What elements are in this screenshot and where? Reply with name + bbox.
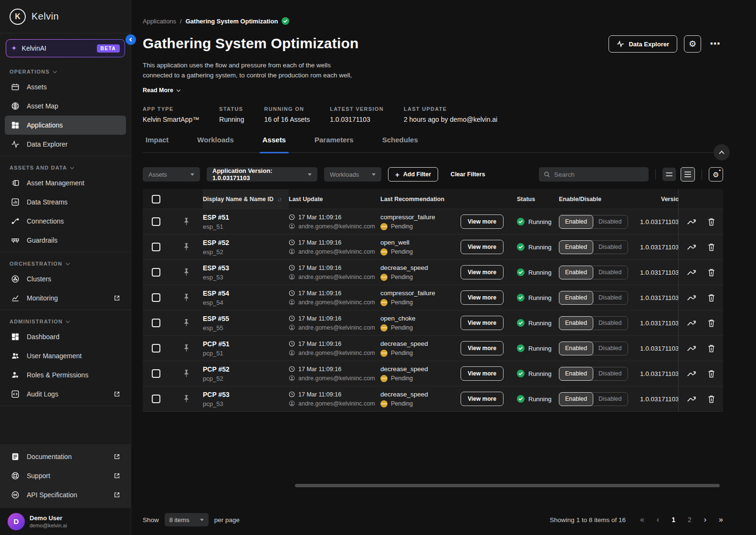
delete-icon[interactable] (708, 344, 715, 353)
pin-icon[interactable] (169, 260, 203, 285)
disabled-button[interactable]: Disabled (593, 266, 628, 279)
asset-name-cell[interactable]: PCP #51 pcp_51 (203, 336, 289, 361)
sidebar-item-data-explorer[interactable]: Data Explorer (5, 135, 126, 154)
pin-icon[interactable] (169, 209, 203, 234)
sidebar-item-kelvin-ai[interactable]: ✦ KelvinAI BETA (6, 40, 125, 57)
tab-parameters[interactable]: Parameters (312, 136, 357, 152)
add-filter-button[interactable]: + Add Filter (388, 167, 438, 182)
tab-schedules[interactable]: Schedules (379, 136, 421, 152)
trend-chart-icon[interactable] (687, 217, 696, 226)
asset-name-cell[interactable]: PCP #52 pcp_52 (203, 361, 289, 386)
read-more-button[interactable]: Read More (143, 87, 723, 94)
sidebar-item-data-streams[interactable]: Data Streams (5, 193, 126, 212)
sidebar-item-clusters[interactable]: Clusters (5, 269, 126, 289)
view-more-button[interactable]: View more (461, 240, 504, 254)
first-page-button[interactable]: « (640, 515, 644, 524)
view-more-button[interactable]: View more (461, 316, 504, 330)
version-filter-dropdown[interactable]: Application Version: 1.0.03171103 (207, 167, 317, 182)
pin-icon[interactable] (169, 336, 203, 361)
sidebar-item-support[interactable]: Support (5, 466, 126, 485)
sidebar-collapse-button[interactable] (126, 34, 136, 45)
row-checkbox[interactable] (152, 319, 160, 327)
disabled-button[interactable]: Disabled (593, 393, 628, 406)
sidebar-item-documentation[interactable]: Documentation (5, 447, 126, 466)
trend-chart-icon[interactable] (687, 344, 696, 353)
trend-chart-icon[interactable] (687, 243, 696, 251)
row-checkbox[interactable] (152, 268, 160, 277)
row-checkbox[interactable] (152, 369, 160, 378)
user-profile[interactable]: D Demo User demo@kelvin.ai (0, 507, 131, 535)
tab-impact[interactable]: Impact (143, 136, 171, 152)
trend-chart-icon[interactable] (687, 268, 696, 277)
sidebar-item-roles-permissions[interactable]: Roles & Permissions (5, 365, 126, 385)
delete-icon[interactable] (708, 319, 715, 327)
row-checkbox[interactable] (152, 217, 160, 226)
delete-icon[interactable] (708, 294, 715, 302)
row-checkbox[interactable] (152, 395, 160, 403)
pin-icon[interactable] (169, 361, 203, 386)
sidebar-item-user-management[interactable]: User Management (5, 346, 126, 365)
row-checkbox[interactable] (152, 243, 160, 251)
enabled-button[interactable]: Enabled (559, 316, 593, 330)
list-view-toggle[interactable] (681, 167, 695, 182)
table-settings-button[interactable]: ⚙ ✦ (709, 167, 723, 182)
disabled-button[interactable]: Disabled (593, 367, 628, 380)
next-page-button[interactable]: › (704, 515, 706, 524)
search-input[interactable] (554, 171, 644, 178)
disabled-button[interactable]: Disabled (593, 342, 628, 355)
asset-name-cell[interactable]: ESP #51 esp_51 (203, 209, 289, 234)
disabled-button[interactable]: Disabled (593, 215, 628, 228)
more-menu-button[interactable]: ⋯ (708, 38, 723, 50)
section-header-assets-data[interactable]: ASSETS AND DATA (0, 159, 131, 173)
enabled-button[interactable]: Enabled (559, 291, 593, 305)
row-checkbox[interactable] (152, 293, 160, 302)
prev-page-button[interactable]: ‹ (657, 515, 659, 524)
pin-icon[interactable] (169, 285, 203, 310)
sidebar-item-guardrails[interactable]: Guardrails (5, 231, 126, 250)
asset-name-cell[interactable]: ESP #54 esp_54 (203, 285, 289, 310)
enabled-button[interactable]: Enabled (559, 240, 593, 254)
last-page-button[interactable]: » (719, 515, 723, 524)
per-page-dropdown[interactable]: 8 items (165, 513, 209, 526)
page-2-button[interactable]: 2 (688, 516, 692, 524)
trend-chart-icon[interactable] (687, 293, 696, 302)
page-1-button[interactable]: 1 (672, 516, 675, 524)
data-explorer-button[interactable]: Data Explorer (609, 35, 677, 53)
horizontal-scrollbar[interactable] (295, 484, 720, 487)
sidebar-item-applications[interactable]: Applications (5, 116, 126, 135)
breadcrumb-applications[interactable]: Applications (143, 18, 176, 25)
asset-name-cell[interactable]: ESP #55 esp_55 (203, 310, 289, 335)
view-more-button[interactable]: View more (461, 341, 504, 355)
sidebar-item-dashboard[interactable]: Dashboard (5, 327, 126, 346)
pin-icon[interactable] (169, 310, 203, 335)
disabled-button[interactable]: Disabled (593, 291, 628, 304)
enabled-button[interactable]: Enabled (559, 266, 593, 279)
enabled-button[interactable]: Enabled (559, 215, 593, 229)
sidebar-item-asset-map[interactable]: Asset Map (5, 96, 126, 116)
sidebar-item-audit-logs[interactable]: Audit Logs (5, 385, 126, 404)
trend-chart-icon[interactable] (687, 395, 696, 403)
enabled-button[interactable]: Enabled (559, 367, 593, 381)
compact-view-toggle[interactable] (662, 168, 676, 181)
assets-filter-dropdown[interactable]: Assets (143, 167, 200, 182)
workloads-filter-dropdown[interactable]: Workloads (324, 167, 381, 182)
sidebar-item-api-specification[interactable]: API Specification (5, 485, 126, 504)
asset-name-cell[interactable]: PCP #53 pcp_53 (203, 386, 289, 411)
row-checkbox[interactable] (152, 344, 160, 353)
clear-filters-button[interactable]: Clear Filters (451, 171, 485, 178)
tab-workloads[interactable]: Workloads (194, 136, 236, 152)
settings-button[interactable]: ⚙ (684, 35, 701, 53)
delete-icon[interactable] (708, 395, 715, 403)
view-more-button[interactable]: View more (461, 366, 504, 381)
asset-name-cell[interactable]: ESP #53 esp_53 (203, 260, 289, 285)
delete-icon[interactable] (708, 243, 715, 251)
view-more-button[interactable]: View more (461, 392, 504, 406)
sidebar-item-connections[interactable]: Connections (5, 212, 126, 231)
enabled-button[interactable]: Enabled (559, 342, 593, 355)
trend-chart-icon[interactable] (687, 319, 696, 327)
section-header-administration[interactable]: ADMINISTRATION (0, 313, 131, 327)
asset-name-cell[interactable]: ESP #52 esp_52 (203, 235, 289, 259)
sidebar-item-asset-management[interactable]: Asset Management (5, 173, 126, 193)
sidebar-item-monitoring[interactable]: Monitoring (5, 289, 126, 308)
delete-icon[interactable] (708, 268, 715, 277)
